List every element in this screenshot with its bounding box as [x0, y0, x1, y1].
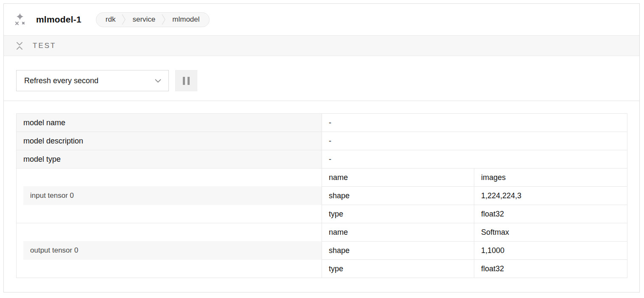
row-label: output tensor 0: [23, 241, 322, 260]
refresh-rate-value: Refresh every second: [24, 76, 98, 85]
row-label-cell: input tensor 0: [17, 169, 322, 223]
breadcrumb-item-service: service: [132, 15, 155, 24]
row-value: -: [322, 114, 627, 132]
tensor-field-value: 1,224,224,3: [474, 187, 627, 205]
breadcrumb: rdk service mlmodel: [96, 12, 210, 27]
chevron-down-icon: [155, 79, 161, 83]
table-row-output-tensor-0: output tensor 0 name Softmax: [17, 223, 627, 242]
row-label: model name: [17, 114, 322, 132]
tensor-field-key: type: [322, 205, 474, 223]
pause-icon: [183, 77, 185, 85]
tensor-field-key: type: [322, 260, 474, 278]
row-value: -: [322, 132, 627, 150]
refresh-controls: Refresh every second: [4, 56, 639, 101]
model-details-table: model name - model description - model t…: [16, 113, 627, 278]
page-title: mlmodel-1: [36, 14, 81, 25]
tensor-field-value: images: [474, 169, 627, 187]
tensor-field-value: float32: [474, 205, 627, 223]
refresh-rate-select[interactable]: Refresh every second: [16, 70, 169, 91]
table-row-input-tensor-0: input tensor 0 name images: [17, 169, 627, 187]
breadcrumb-item-rdk: rdk: [106, 15, 116, 24]
row-label: model description: [17, 132, 322, 150]
pause-refresh-button[interactable]: [175, 70, 197, 91]
table-row-model-name: model name -: [17, 114, 627, 132]
tensor-field-key: name: [322, 223, 474, 242]
tensor-field-key: shape: [322, 242, 474, 260]
mlmodel-test-panel: mlmodel-1 rdk service mlmodel TEST Refre…: [3, 3, 640, 292]
tensor-field-value: 1,1000: [474, 242, 627, 260]
chevron-right-icon: [162, 14, 166, 25]
pause-icon: [188, 77, 190, 85]
tensor-field-key: name: [322, 169, 474, 187]
tensor-field-value: float32: [474, 260, 627, 278]
table-row-model-type: model type -: [17, 150, 627, 169]
collapse-vertical-icon[interactable]: [16, 42, 23, 50]
model-details-section: model name - model description - model t…: [4, 101, 639, 278]
test-section-label: TEST: [33, 42, 56, 50]
row-label-cell: output tensor 0: [17, 223, 322, 278]
table-row-model-description: model description -: [17, 132, 627, 150]
panel-header: mlmodel-1 rdk service mlmodel: [4, 4, 639, 36]
tensor-field-key: shape: [322, 187, 474, 205]
row-value: -: [322, 150, 627, 169]
row-label: input tensor 0: [23, 186, 322, 205]
ml-model-sparkles-icon: [14, 13, 27, 26]
row-label: model type: [17, 150, 322, 169]
breadcrumb-item-mlmodel: mlmodel: [172, 15, 199, 24]
test-section-header[interactable]: TEST: [4, 36, 639, 56]
tensor-field-value: Softmax: [474, 223, 627, 242]
chevron-right-icon: [122, 14, 126, 25]
